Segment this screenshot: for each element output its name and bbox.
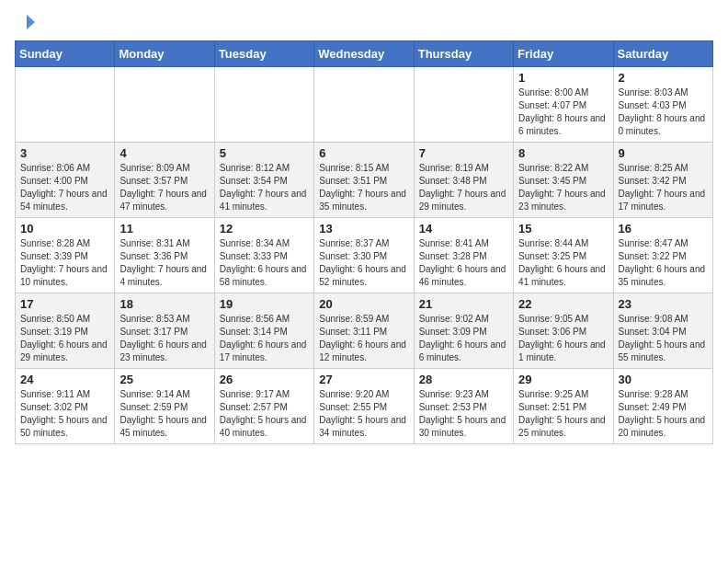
calendar-cell: 16Sunrise: 8:47 AM Sunset: 3:22 PM Dayli… bbox=[613, 218, 712, 293]
calendar-cell: 25Sunrise: 9:14 AM Sunset: 2:59 PM Dayli… bbox=[115, 369, 214, 444]
day-info: Sunrise: 9:05 AM Sunset: 3:06 PM Dayligh… bbox=[518, 313, 608, 364]
day-number: 10 bbox=[20, 222, 109, 236]
day-info: Sunrise: 8:19 AM Sunset: 3:48 PM Dayligh… bbox=[419, 162, 508, 213]
calendar-cell: 7Sunrise: 8:19 AM Sunset: 3:48 PM Daylig… bbox=[414, 143, 513, 218]
day-number: 8 bbox=[518, 146, 608, 160]
day-info: Sunrise: 8:31 AM Sunset: 3:36 PM Dayligh… bbox=[119, 237, 209, 289]
page-header bbox=[15, 15, 713, 29]
calendar-cell: 29Sunrise: 9:25 AM Sunset: 2:51 PM Dayli… bbox=[514, 369, 613, 444]
day-number: 5 bbox=[220, 146, 309, 160]
calendar-cell: 8Sunrise: 8:22 AM Sunset: 3:45 PM Daylig… bbox=[514, 143, 613, 218]
day-number: 20 bbox=[319, 297, 408, 311]
calendar-cell: 12Sunrise: 8:34 AM Sunset: 3:33 PM Dayli… bbox=[214, 218, 313, 293]
calendar-cell: 14Sunrise: 8:41 AM Sunset: 3:28 PM Dayli… bbox=[414, 218, 513, 293]
day-info: Sunrise: 8:28 AM Sunset: 3:39 PM Dayligh… bbox=[20, 237, 109, 289]
calendar-cell: 6Sunrise: 8:15 AM Sunset: 3:51 PM Daylig… bbox=[314, 143, 414, 218]
day-number: 3 bbox=[20, 146, 109, 160]
calendar-cell: 26Sunrise: 9:17 AM Sunset: 2:57 PM Dayli… bbox=[214, 369, 313, 444]
logo bbox=[15, 15, 37, 29]
day-number: 16 bbox=[619, 222, 708, 236]
calendar-cell: 19Sunrise: 8:56 AM Sunset: 3:14 PM Dayli… bbox=[214, 293, 313, 369]
day-info: Sunrise: 8:00 AM Sunset: 4:07 PM Dayligh… bbox=[518, 86, 608, 138]
calendar-cell: 24Sunrise: 9:11 AM Sunset: 3:02 PM Dayli… bbox=[16, 369, 115, 444]
weekday-header-monday: Monday bbox=[115, 41, 214, 67]
calendar-cell bbox=[414, 67, 513, 143]
day-number: 21 bbox=[419, 297, 508, 311]
day-info: Sunrise: 8:03 AM Sunset: 4:03 PM Dayligh… bbox=[619, 86, 708, 138]
calendar-cell: 23Sunrise: 9:08 AM Sunset: 3:04 PM Dayli… bbox=[613, 293, 712, 369]
day-number: 1 bbox=[518, 71, 608, 85]
calendar-cell: 30Sunrise: 9:28 AM Sunset: 2:49 PM Dayli… bbox=[613, 369, 712, 444]
calendar-cell bbox=[314, 67, 414, 143]
weekday-header-saturday: Saturday bbox=[613, 41, 712, 67]
calendar-week-row: 1Sunrise: 8:00 AM Sunset: 4:07 PM Daylig… bbox=[16, 67, 713, 143]
calendar-cell: 28Sunrise: 9:23 AM Sunset: 2:53 PM Dayli… bbox=[414, 369, 513, 444]
day-info: Sunrise: 8:41 AM Sunset: 3:28 PM Dayligh… bbox=[419, 237, 508, 289]
day-info: Sunrise: 9:11 AM Sunset: 3:02 PM Dayligh… bbox=[20, 388, 109, 440]
day-info: Sunrise: 8:06 AM Sunset: 4:00 PM Dayligh… bbox=[20, 162, 109, 213]
day-number: 26 bbox=[220, 373, 309, 386]
day-number: 22 bbox=[518, 297, 608, 311]
day-info: Sunrise: 8:47 AM Sunset: 3:22 PM Dayligh… bbox=[619, 237, 708, 289]
weekday-header-sunday: Sunday bbox=[16, 41, 115, 67]
day-number: 30 bbox=[619, 373, 708, 386]
day-info: Sunrise: 8:50 AM Sunset: 3:19 PM Dayligh… bbox=[20, 313, 109, 364]
calendar-week-row: 3Sunrise: 8:06 AM Sunset: 4:00 PM Daylig… bbox=[16, 143, 713, 218]
day-info: Sunrise: 8:44 AM Sunset: 3:25 PM Dayligh… bbox=[518, 237, 608, 289]
day-info: Sunrise: 9:14 AM Sunset: 2:59 PM Dayligh… bbox=[119, 388, 209, 440]
day-info: Sunrise: 8:25 AM Sunset: 3:42 PM Dayligh… bbox=[619, 162, 708, 213]
logo-flag-icon bbox=[17, 13, 37, 33]
day-info: Sunrise: 8:37 AM Sunset: 3:30 PM Dayligh… bbox=[319, 237, 408, 289]
day-info: Sunrise: 8:15 AM Sunset: 3:51 PM Dayligh… bbox=[319, 162, 408, 213]
calendar-cell: 22Sunrise: 9:05 AM Sunset: 3:06 PM Dayli… bbox=[514, 293, 613, 369]
day-number: 29 bbox=[518, 373, 608, 386]
day-number: 2 bbox=[619, 71, 708, 85]
day-number: 13 bbox=[319, 222, 408, 236]
day-number: 27 bbox=[319, 373, 408, 386]
day-info: Sunrise: 8:09 AM Sunset: 3:57 PM Dayligh… bbox=[119, 162, 209, 213]
day-info: Sunrise: 9:28 AM Sunset: 2:49 PM Dayligh… bbox=[619, 388, 708, 440]
calendar-table: SundayMondayTuesdayWednesdayThursdayFrid… bbox=[15, 40, 713, 444]
calendar-cell bbox=[214, 67, 313, 143]
day-info: Sunrise: 8:59 AM Sunset: 3:11 PM Dayligh… bbox=[319, 313, 408, 364]
calendar-cell: 4Sunrise: 8:09 AM Sunset: 3:57 PM Daylig… bbox=[115, 143, 214, 218]
day-number: 9 bbox=[619, 146, 708, 160]
calendar-cell: 1Sunrise: 8:00 AM Sunset: 4:07 PM Daylig… bbox=[514, 67, 613, 143]
day-info: Sunrise: 9:20 AM Sunset: 2:55 PM Dayligh… bbox=[319, 388, 408, 440]
day-info: Sunrise: 9:25 AM Sunset: 2:51 PM Dayligh… bbox=[518, 388, 608, 440]
calendar-cell: 10Sunrise: 8:28 AM Sunset: 3:39 PM Dayli… bbox=[16, 218, 115, 293]
weekday-header-thursday: Thursday bbox=[414, 41, 513, 67]
calendar-week-row: 10Sunrise: 8:28 AM Sunset: 3:39 PM Dayli… bbox=[16, 218, 713, 293]
day-info: Sunrise: 9:23 AM Sunset: 2:53 PM Dayligh… bbox=[419, 388, 508, 440]
day-info: Sunrise: 8:53 AM Sunset: 3:17 PM Dayligh… bbox=[119, 313, 209, 364]
calendar-cell: 11Sunrise: 8:31 AM Sunset: 3:36 PM Dayli… bbox=[115, 218, 214, 293]
day-number: 18 bbox=[119, 297, 209, 311]
day-info: Sunrise: 8:56 AM Sunset: 3:14 PM Dayligh… bbox=[220, 313, 309, 364]
weekday-header-wednesday: Wednesday bbox=[314, 41, 414, 67]
day-number: 25 bbox=[119, 373, 209, 386]
day-number: 7 bbox=[419, 146, 508, 160]
calendar-cell: 2Sunrise: 8:03 AM Sunset: 4:03 PM Daylig… bbox=[613, 67, 712, 143]
calendar-week-row: 24Sunrise: 9:11 AM Sunset: 3:02 PM Dayli… bbox=[16, 369, 713, 444]
weekday-header-row: SundayMondayTuesdayWednesdayThursdayFrid… bbox=[16, 41, 713, 67]
calendar-cell: 27Sunrise: 9:20 AM Sunset: 2:55 PM Dayli… bbox=[314, 369, 414, 444]
calendar-cell: 9Sunrise: 8:25 AM Sunset: 3:42 PM Daylig… bbox=[613, 143, 712, 218]
day-info: Sunrise: 9:08 AM Sunset: 3:04 PM Dayligh… bbox=[619, 313, 708, 364]
calendar-cell: 17Sunrise: 8:50 AM Sunset: 3:19 PM Dayli… bbox=[16, 293, 115, 369]
calendar-cell bbox=[115, 67, 214, 143]
day-number: 19 bbox=[220, 297, 309, 311]
day-info: Sunrise: 8:22 AM Sunset: 3:45 PM Dayligh… bbox=[518, 162, 608, 213]
day-info: Sunrise: 9:17 AM Sunset: 2:57 PM Dayligh… bbox=[220, 388, 309, 440]
day-info: Sunrise: 8:34 AM Sunset: 3:33 PM Dayligh… bbox=[220, 237, 309, 289]
day-number: 6 bbox=[319, 146, 408, 160]
calendar-cell: 18Sunrise: 8:53 AM Sunset: 3:17 PM Dayli… bbox=[115, 293, 214, 369]
day-number: 14 bbox=[419, 222, 508, 236]
day-number: 11 bbox=[119, 222, 209, 236]
calendar-cell: 21Sunrise: 9:02 AM Sunset: 3:09 PM Dayli… bbox=[414, 293, 513, 369]
day-number: 12 bbox=[220, 222, 309, 236]
day-info: Sunrise: 9:02 AM Sunset: 3:09 PM Dayligh… bbox=[419, 313, 508, 364]
calendar-cell: 5Sunrise: 8:12 AM Sunset: 3:54 PM Daylig… bbox=[214, 143, 313, 218]
day-number: 23 bbox=[619, 297, 708, 311]
day-number: 28 bbox=[419, 373, 508, 386]
day-number: 24 bbox=[20, 373, 109, 386]
